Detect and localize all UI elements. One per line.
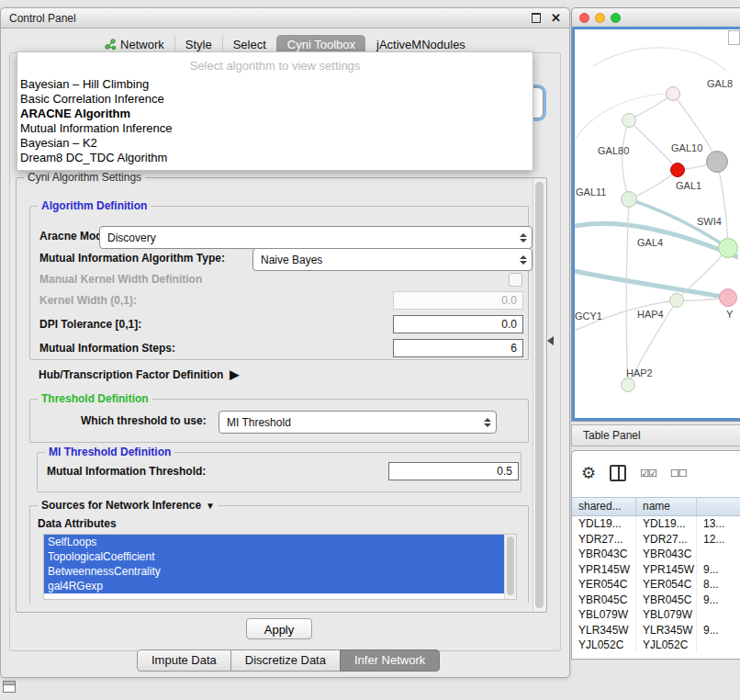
tab-network[interactable]: Network — [95, 35, 174, 53]
algorithm-option[interactable]: Mutual Information Inference — [17, 121, 533, 136]
tab-jactivemnodules[interactable]: jActiveMNodules — [365, 35, 476, 53]
sources-group-title-row[interactable]: Sources for Network Inference ▼ — [38, 499, 219, 512]
list-scrollbar-thumb[interactable] — [507, 536, 514, 595]
mi-type-label: Mutual Information Algorithm Type: — [39, 248, 225, 268]
unchecked-boxes-icon[interactable]: ☐☐ — [670, 468, 687, 480]
table-panel-title: Table Panel — [583, 429, 641, 442]
scrollbar-thumb[interactable] — [535, 182, 544, 608]
minimized-panel-icon[interactable] — [3, 681, 16, 693]
sources-group: Sources for Network Inference ▼ Data Att… — [29, 505, 529, 604]
aracne-mode-select[interactable]: Discovery — [99, 226, 533, 249]
list-scrollbar[interactable] — [504, 535, 516, 599]
checked-boxes-icon[interactable]: ☑☑ — [640, 468, 656, 480]
table-panel-window: ⚙ ☑☑ ☐☐ shared... name YDL19...YDL19...1… — [571, 450, 740, 660]
table-cell: YPR145W — [572, 562, 636, 578]
network-window-titlebar[interactable] — [572, 8, 740, 28]
column-header-name[interactable]: name — [636, 498, 697, 515]
table-row[interactable]: YER054CYER054C8... — [572, 577, 740, 593]
manual-kernel-checkbox[interactable] — [509, 273, 522, 287]
table-cell — [697, 638, 740, 653]
panel-collapse-arrow-icon[interactable] — [547, 336, 554, 345]
algorithm-option[interactable]: Dream8 DC_TDC Algorithm — [17, 151, 533, 165]
mi-type-select[interactable]: Naive Bayes — [252, 248, 533, 271]
apply-button[interactable]: Apply — [246, 618, 312, 639]
settings-scrollbar[interactable] — [533, 179, 545, 611]
table-cell: 9... — [697, 562, 740, 578]
mi-steps-field[interactable] — [393, 339, 523, 357]
column-header-extra[interactable] — [697, 498, 740, 515]
table-row[interactable]: YBL079WYBL079W — [572, 607, 740, 623]
node-label: HAP4 — [637, 309, 664, 320]
algorithm-option[interactable]: Basic Correlation Inference — [17, 92, 533, 107]
aracne-mode-value: Discovery — [107, 231, 156, 244]
columns-icon[interactable] — [610, 465, 626, 481]
table-row[interactable]: YBR045CYBR045C9... — [572, 593, 740, 608]
table-row[interactable]: YJL052CYJL052C — [572, 638, 740, 653]
which-threshold-label: Which threshold to use: — [81, 411, 207, 432]
table-cell — [697, 547, 740, 562]
tab-impute-data[interactable]: Impute Data — [137, 649, 231, 672]
canvas-scrollbar-corner[interactable] — [728, 30, 740, 45]
collapsed-triangle-icon: ▶ — [230, 367, 239, 381]
table-cell: YLR345W — [636, 623, 697, 638]
data-attribute-item[interactable]: TopologicalCoefficient — [44, 549, 505, 564]
network-node[interactable] — [621, 378, 635, 392]
network-node[interactable] — [666, 86, 680, 101]
close-icon[interactable]: ✕ — [551, 12, 561, 24]
table-cell: YDR27... — [572, 532, 636, 548]
algorithm-option[interactable]: ARACNE Algorithm — [17, 107, 533, 121]
dpi-tolerance-field[interactable] — [393, 315, 523, 333]
tab-style[interactable]: Style — [174, 35, 222, 53]
table-panel-header[interactable]: Table Panel — [571, 424, 740, 446]
traffic-close-icon[interactable] — [579, 13, 589, 23]
table-header-row: shared... name — [572, 497, 740, 516]
traffic-zoom-icon[interactable] — [611, 13, 621, 23]
table-row[interactable]: YDR27...YDR27...12... — [572, 532, 740, 548]
node-label: SWI4 — [697, 216, 722, 227]
traffic-minimize-icon[interactable] — [595, 13, 605, 23]
data-attribute-item[interactable]: BetweennessCentrality — [44, 564, 505, 579]
kernel-width-field[interactable] — [393, 291, 523, 310]
table-row[interactable]: YBR043CYBR043C — [572, 547, 740, 562]
which-threshold-select[interactable]: MI Threshold — [219, 411, 497, 434]
node-label: HAP2 — [626, 367, 653, 378]
data-attribute-item[interactable]: SelfLoops — [44, 535, 505, 549]
network-node[interactable] — [718, 238, 738, 258]
float-window-icon[interactable] — [532, 13, 541, 23]
chevron-updown-icon — [520, 233, 527, 243]
network-node[interactable] — [669, 293, 684, 308]
table-cell: 9... — [697, 623, 740, 638]
data-attributes-list: SelfLoopsTopologicalCoefficientBetweenne… — [44, 535, 516, 593]
gear-icon[interactable]: ⚙ — [581, 465, 596, 481]
table-row[interactable]: YLR345WYLR345W9... — [572, 623, 740, 638]
algorithm-option[interactable]: Bayesian – K2 — [17, 136, 533, 151]
table-cell: 8... — [697, 577, 740, 593]
tab-infer-network[interactable]: Infer Network — [340, 649, 440, 672]
column-header-shared[interactable]: shared... — [572, 498, 636, 515]
network-canvas[interactable]: GAL8GAL80GAL10GAL11GAL1SWI4GAL4GCY1HAP4Y… — [575, 29, 740, 418]
data-attribute-item[interactable]: gal4RGexp — [44, 579, 505, 593]
tab-select[interactable]: Select — [222, 35, 276, 53]
network-node[interactable] — [706, 151, 728, 173]
network-node[interactable] — [670, 163, 685, 177]
settings-group-title: Cyni Algorithm Settings — [24, 171, 145, 184]
table-cell: 12... — [697, 532, 740, 548]
network-node[interactable] — [719, 288, 737, 307]
window-title: Control Panel — [9, 12, 76, 25]
node-label: GAL1 — [676, 180, 701, 191]
tab-discretize-data[interactable]: Discretize Data — [230, 649, 341, 672]
tab-label: Cyni Toolbox — [287, 38, 355, 51]
network-node[interactable] — [622, 113, 636, 128]
tab-cyni-toolbox[interactable]: Cyni Toolbox — [276, 35, 365, 53]
algorithm-option[interactable]: Bayesian – Hill Climbing — [17, 77, 533, 92]
mi-threshold-label: Mutual Information Threshold: — [47, 462, 206, 481]
network-node[interactable] — [621, 191, 637, 208]
table-row[interactable]: YDL19...YDL19...13... — [572, 516, 740, 532]
control-panel-titlebar[interactable]: Control Panel ✕ — [1, 8, 569, 28]
algorithm-dropdown-list: Bayesian – Hill ClimbingBasic Correlatio… — [17, 77, 533, 165]
table-row[interactable]: YPR145WYPR145W9... — [572, 562, 740, 578]
mi-threshold-field[interactable] — [388, 462, 519, 480]
hub-tf-definition-toggle[interactable]: Hub/Transcription Factor Definition ▶ — [39, 367, 239, 381]
table-body: YDL19...YDL19...13...YDR27...YDR27...12.… — [572, 516, 740, 659]
node-label: GAL4 — [637, 237, 663, 248]
